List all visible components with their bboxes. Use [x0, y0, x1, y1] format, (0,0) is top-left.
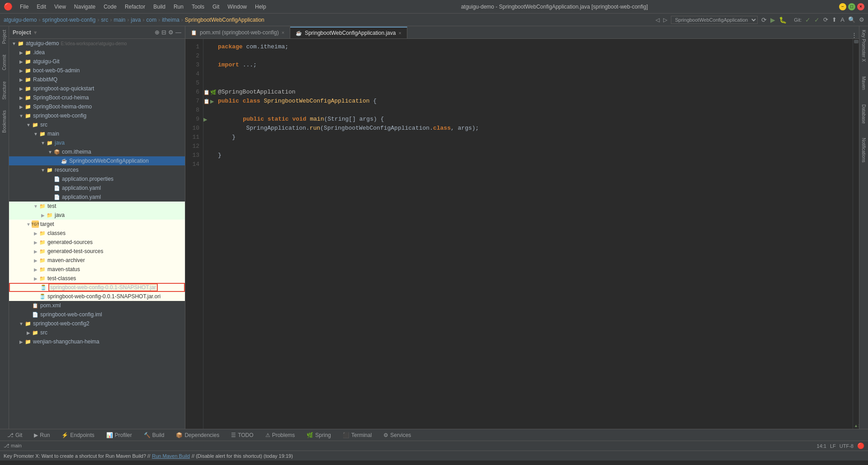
tree-item-generated-sources[interactable]: ▶ 📁 generated-sources — [9, 238, 185, 247]
bottom-tab-profiler[interactable]: 📊 Profiler — [101, 430, 137, 440]
tree-item-rabbitmq[interactable]: ▶ 📁 RabbitMQ — [9, 75, 185, 84]
tree-item-maven-archiver[interactable]: ▶ 📁 maven-archiver — [9, 256, 185, 265]
bc-nav-back[interactable]: ◁ — [656, 17, 660, 23]
bottom-tab-spring[interactable]: 🌿 Spring — [301, 430, 336, 440]
tree-item-springboot-web-config[interactable]: ▼ 📁 springboot-web-config — [9, 111, 185, 120]
tree-item-main[interactable]: ▼ 📁 main — [9, 129, 185, 138]
menu-navigate[interactable]: Navigate — [71, 2, 99, 11]
tree-item-src2[interactable]: ▶ 📁 src — [9, 328, 185, 337]
close-button[interactable]: × — [857, 3, 864, 10]
bottom-tab-dependencies[interactable]: 📦 Dependencies — [170, 430, 225, 440]
bc-nav-forward[interactable]: ▷ — [663, 17, 667, 23]
tree-item-resources[interactable]: ▼ 📁 resources — [9, 165, 185, 174]
run-maven-link[interactable]: Run Maven Build — [152, 453, 190, 459]
tree-item-app-yaml1[interactable]: 📄 application.yaml — [9, 183, 185, 193]
menu-git[interactable]: Git — [209, 2, 223, 11]
tree-item-classes[interactable]: ▶ 📁 classes — [9, 229, 185, 238]
tree-item-test-classes[interactable]: ▶ 📁 test-classes — [9, 274, 185, 283]
key-promoter-toggle[interactable]: Key Promoter X — [860, 26, 867, 66]
notifications-toggle[interactable]: Notifications — [860, 134, 867, 166]
git-branch[interactable]: ⎇ main — [4, 443, 22, 449]
bc-springboot-web-config[interactable]: springboot-web-config — [42, 17, 95, 23]
tree-item-generated-test-sources[interactable]: ▶ 📁 generated-test-sources — [9, 247, 185, 256]
encoding[interactable]: UTF-8 — [840, 443, 854, 449]
bc-itheima[interactable]: itheima — [162, 17, 179, 23]
menu-view[interactable]: View — [51, 2, 70, 11]
run-config-selector[interactable]: SpringbootWebConfigApplication — [671, 16, 758, 24]
tree-item-app-properties[interactable]: 📄 application.properties — [9, 174, 185, 183]
bottom-tab-git[interactable]: ⎇ Git — [2, 430, 28, 440]
tree-item-swc2[interactable]: ▼ 📁 springboot-web-config2 — [9, 319, 185, 328]
commit-panel-toggle[interactable]: Commit — [1, 51, 8, 74]
translate-button[interactable]: A — [840, 16, 844, 23]
code-content[interactable]: package com.itheima; import ...; @Spring… — [212, 39, 853, 429]
tree-item-atguigu-git[interactable]: ▶ 📁 atguigu-Git — [9, 57, 185, 66]
tab-pom-close[interactable]: × — [282, 30, 284, 35]
bc-main[interactable]: main — [113, 17, 125, 23]
rebuild-button[interactable]: ⟳ — [761, 16, 767, 23]
tree-item-springboot-aop[interactable]: ▶ 📁 springboot-aop-quickstart — [9, 84, 185, 93]
settings-button[interactable]: ⚙ — [859, 16, 864, 23]
tree-item-pom[interactable]: 📋 pom.xml — [9, 301, 185, 310]
git-update-button[interactable]: ⟳ — [823, 16, 828, 23]
bc-atguigu-demo[interactable]: atguigu-demo — [4, 17, 37, 23]
bottom-tab-build[interactable]: 🔨 Build — [138, 430, 170, 440]
run-button[interactable]: ▶ — [770, 16, 775, 23]
structure-panel-toggle[interactable]: Structure — [1, 78, 8, 103]
run-gutter-icon[interactable]: 📋 — [203, 97, 210, 106]
panel-actions[interactable]: ⊕ ⊟ ⚙ — — [155, 29, 181, 36]
bottom-tab-endpoints[interactable]: ⚡ Endpoints — [56, 430, 99, 440]
scrollbar-thumb[interactable] — [854, 40, 859, 43]
scrollbar-track[interactable] — [853, 44, 859, 423]
window-controls[interactable]: − □ × — [839, 3, 864, 10]
tree-item-src[interactable]: ▼ 📁 src — [9, 120, 185, 129]
tree-item-maven-status[interactable]: ▶ 📁 maven-status — [9, 265, 185, 274]
editor-scrollbar[interactable]: ▲1 — [853, 39, 859, 429]
menu-bar[interactable]: File Edit View Navigate Code Refactor Bu… — [16, 2, 270, 11]
tree-item-idea[interactable]: ▶ 📁 .idea — [9, 48, 185, 57]
bc-class[interactable]: SpringbootWebConfigApplication — [185, 17, 264, 23]
tree-item-jar-orig[interactable]: 🫙 springboot-web-config-0.0.1-SNAPSHOT.j… — [9, 292, 185, 301]
bottom-tab-todo[interactable]: ☰ TODO — [226, 430, 259, 440]
bc-src[interactable]: src — [101, 17, 108, 23]
maven-toggle[interactable]: Maven — [860, 73, 867, 94]
tree-item-wenjian[interactable]: ▶ 📁 wenjian-shangchuan-heima — [9, 337, 185, 346]
debug-button[interactable]: 🐛 — [779, 16, 787, 23]
menu-window[interactable]: Window — [224, 2, 250, 11]
line-ending[interactable]: LF — [830, 443, 836, 449]
file-tree[interactable]: ▼ 📁 atguigu-demo E:\idea-workspace\atgui… — [9, 39, 185, 429]
bc-java[interactable]: java — [131, 17, 141, 23]
tree-item-target[interactable]: ▼ TGT target — [9, 220, 185, 229]
minimize-button[interactable]: − — [839, 3, 846, 10]
method-run-icon[interactable]: ▶ — [203, 115, 207, 124]
tree-item-java[interactable]: ▼ 📁 java — [9, 138, 185, 147]
tree-item-atguigu-demo[interactable]: ▼ 📁 atguigu-demo E:\idea-workspace\atgui… — [9, 39, 185, 48]
tabs-bar[interactable]: 📋 pom.xml (springboot-web-config) × ☕ Sp… — [185, 26, 859, 39]
git-check2-button[interactable]: ✓ — [814, 16, 820, 23]
menu-run[interactable]: Run — [170, 2, 187, 11]
tree-item-app-yaml2[interactable]: 📄 application.yaml — [9, 193, 185, 202]
project-panel-toggle[interactable]: Project — [1, 26, 8, 47]
menu-build[interactable]: Build — [150, 2, 169, 11]
bookmarks-panel-toggle[interactable]: Bookmarks — [1, 107, 8, 136]
tree-item-springboot-heima[interactable]: ▶ 📁 SpringBoot-heima-demo — [9, 102, 185, 111]
tree-item-iml[interactable]: 📄 springboot-web-config.iml — [9, 310, 185, 319]
tab-main-class-close[interactable]: × — [398, 30, 401, 36]
maximize-button[interactable]: □ — [848, 3, 855, 10]
menu-code[interactable]: Code — [100, 2, 120, 11]
bottom-tab-services[interactable]: ⚙ Services — [378, 430, 416, 440]
menu-refactor[interactable]: Refactor — [121, 2, 149, 11]
panel-close-button[interactable]: — — [175, 29, 181, 36]
panel-locate-button[interactable]: ⊕ — [155, 29, 160, 36]
menu-edit[interactable]: Edit — [33, 2, 50, 11]
tree-item-main-class[interactable]: ☕ SpringbootWebConfigApplication — [9, 156, 185, 165]
bc-com[interactable]: com — [146, 17, 157, 23]
menu-file[interactable]: File — [16, 2, 32, 11]
database-toggle[interactable]: Database — [860, 101, 867, 127]
panel-settings-button[interactable]: ⚙ — [168, 29, 174, 36]
code-editor[interactable]: 1 2 3 4 5 6 7 8 9 10 11 12 13 14 — [185, 39, 859, 429]
tree-item-test-java[interactable]: ▶ 📁 java — [9, 211, 185, 220]
tree-item-boot-web[interactable]: ▶ 📁 boot-web-05-admin — [9, 66, 185, 75]
bottom-toolbar[interactable]: ⎇ Git ▶ Run ⚡ Endpoints 📊 Profiler 🔨 Bui… — [0, 429, 868, 441]
tree-item-jar[interactable]: 🫙 springboot-web-config-0.0.1-SNAPSHOT.j… — [9, 283, 185, 292]
